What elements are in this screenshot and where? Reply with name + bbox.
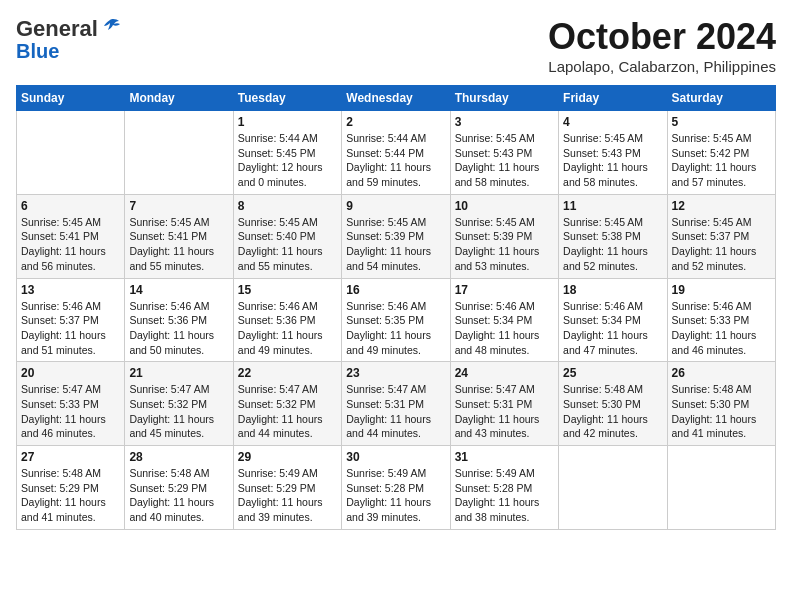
day-info: Sunrise: 5:48 AM Sunset: 5:29 PM Dayligh… xyxy=(129,466,228,525)
day-info: Sunrise: 5:49 AM Sunset: 5:28 PM Dayligh… xyxy=(346,466,445,525)
calendar-cell: 6Sunrise: 5:45 AM Sunset: 5:41 PM Daylig… xyxy=(17,194,125,278)
day-number: 22 xyxy=(238,366,337,380)
day-info: Sunrise: 5:45 AM Sunset: 5:43 PM Dayligh… xyxy=(563,131,662,190)
weekday-header: Thursday xyxy=(450,86,558,111)
title-block: October 2024 Lapolapo, Calabarzon, Phili… xyxy=(548,16,776,75)
calendar-cell xyxy=(559,446,667,530)
day-number: 10 xyxy=(455,199,554,213)
calendar-cell: 15Sunrise: 5:46 AM Sunset: 5:36 PM Dayli… xyxy=(233,278,341,362)
day-number: 17 xyxy=(455,283,554,297)
day-number: 31 xyxy=(455,450,554,464)
calendar-cell: 19Sunrise: 5:46 AM Sunset: 5:33 PM Dayli… xyxy=(667,278,775,362)
day-number: 23 xyxy=(346,366,445,380)
calendar-cell: 27Sunrise: 5:48 AM Sunset: 5:29 PM Dayli… xyxy=(17,446,125,530)
calendar-week-row: 20Sunrise: 5:47 AM Sunset: 5:33 PM Dayli… xyxy=(17,362,776,446)
page-header: General Blue October 2024 Lapolapo, Cala… xyxy=(16,16,776,75)
day-number: 16 xyxy=(346,283,445,297)
day-info: Sunrise: 5:46 AM Sunset: 5:33 PM Dayligh… xyxy=(672,299,771,358)
day-info: Sunrise: 5:45 AM Sunset: 5:43 PM Dayligh… xyxy=(455,131,554,190)
calendar-cell: 20Sunrise: 5:47 AM Sunset: 5:33 PM Dayli… xyxy=(17,362,125,446)
month-title: October 2024 xyxy=(548,16,776,58)
day-number: 19 xyxy=(672,283,771,297)
day-number: 25 xyxy=(563,366,662,380)
day-number: 5 xyxy=(672,115,771,129)
day-info: Sunrise: 5:45 AM Sunset: 5:39 PM Dayligh… xyxy=(455,215,554,274)
day-number: 3 xyxy=(455,115,554,129)
day-number: 7 xyxy=(129,199,228,213)
day-number: 28 xyxy=(129,450,228,464)
day-number: 11 xyxy=(563,199,662,213)
weekday-header: Saturday xyxy=(667,86,775,111)
weekday-header: Tuesday xyxy=(233,86,341,111)
calendar-cell: 22Sunrise: 5:47 AM Sunset: 5:32 PM Dayli… xyxy=(233,362,341,446)
calendar-cell: 3Sunrise: 5:45 AM Sunset: 5:43 PM Daylig… xyxy=(450,111,558,195)
day-info: Sunrise: 5:47 AM Sunset: 5:31 PM Dayligh… xyxy=(455,382,554,441)
day-number: 24 xyxy=(455,366,554,380)
day-number: 20 xyxy=(21,366,120,380)
logo-blue-text: Blue xyxy=(16,40,59,63)
calendar-cell: 29Sunrise: 5:49 AM Sunset: 5:29 PM Dayli… xyxy=(233,446,341,530)
calendar-cell: 11Sunrise: 5:45 AM Sunset: 5:38 PM Dayli… xyxy=(559,194,667,278)
day-info: Sunrise: 5:48 AM Sunset: 5:30 PM Dayligh… xyxy=(563,382,662,441)
calendar-cell: 13Sunrise: 5:46 AM Sunset: 5:37 PM Dayli… xyxy=(17,278,125,362)
calendar-cell: 25Sunrise: 5:48 AM Sunset: 5:30 PM Dayli… xyxy=(559,362,667,446)
calendar-cell: 14Sunrise: 5:46 AM Sunset: 5:36 PM Dayli… xyxy=(125,278,233,362)
calendar-cell: 26Sunrise: 5:48 AM Sunset: 5:30 PM Dayli… xyxy=(667,362,775,446)
day-number: 27 xyxy=(21,450,120,464)
calendar-week-row: 6Sunrise: 5:45 AM Sunset: 5:41 PM Daylig… xyxy=(17,194,776,278)
calendar-cell: 10Sunrise: 5:45 AM Sunset: 5:39 PM Dayli… xyxy=(450,194,558,278)
day-number: 18 xyxy=(563,283,662,297)
calendar-cell: 9Sunrise: 5:45 AM Sunset: 5:39 PM Daylig… xyxy=(342,194,450,278)
day-info: Sunrise: 5:48 AM Sunset: 5:30 PM Dayligh… xyxy=(672,382,771,441)
calendar-week-row: 13Sunrise: 5:46 AM Sunset: 5:37 PM Dayli… xyxy=(17,278,776,362)
day-number: 26 xyxy=(672,366,771,380)
day-info: Sunrise: 5:49 AM Sunset: 5:28 PM Dayligh… xyxy=(455,466,554,525)
calendar-cell: 31Sunrise: 5:49 AM Sunset: 5:28 PM Dayli… xyxy=(450,446,558,530)
calendar-cell: 21Sunrise: 5:47 AM Sunset: 5:32 PM Dayli… xyxy=(125,362,233,446)
weekday-header: Friday xyxy=(559,86,667,111)
calendar-header-row: SundayMondayTuesdayWednesdayThursdayFrid… xyxy=(17,86,776,111)
day-number: 30 xyxy=(346,450,445,464)
calendar-cell: 4Sunrise: 5:45 AM Sunset: 5:43 PM Daylig… xyxy=(559,111,667,195)
calendar-cell: 2Sunrise: 5:44 AM Sunset: 5:44 PM Daylig… xyxy=(342,111,450,195)
calendar-cell xyxy=(667,446,775,530)
day-info: Sunrise: 5:44 AM Sunset: 5:45 PM Dayligh… xyxy=(238,131,337,190)
day-number: 6 xyxy=(21,199,120,213)
day-info: Sunrise: 5:45 AM Sunset: 5:41 PM Dayligh… xyxy=(129,215,228,274)
calendar-cell: 16Sunrise: 5:46 AM Sunset: 5:35 PM Dayli… xyxy=(342,278,450,362)
day-number: 13 xyxy=(21,283,120,297)
calendar-week-row: 1Sunrise: 5:44 AM Sunset: 5:45 PM Daylig… xyxy=(17,111,776,195)
day-info: Sunrise: 5:48 AM Sunset: 5:29 PM Dayligh… xyxy=(21,466,120,525)
day-info: Sunrise: 5:47 AM Sunset: 5:31 PM Dayligh… xyxy=(346,382,445,441)
day-info: Sunrise: 5:49 AM Sunset: 5:29 PM Dayligh… xyxy=(238,466,337,525)
logo: General Blue xyxy=(16,16,121,63)
day-info: Sunrise: 5:45 AM Sunset: 5:38 PM Dayligh… xyxy=(563,215,662,274)
day-info: Sunrise: 5:46 AM Sunset: 5:36 PM Dayligh… xyxy=(238,299,337,358)
day-info: Sunrise: 5:45 AM Sunset: 5:37 PM Dayligh… xyxy=(672,215,771,274)
day-info: Sunrise: 5:46 AM Sunset: 5:36 PM Dayligh… xyxy=(129,299,228,358)
weekday-header: Sunday xyxy=(17,86,125,111)
day-info: Sunrise: 5:46 AM Sunset: 5:34 PM Dayligh… xyxy=(455,299,554,358)
calendar-cell: 23Sunrise: 5:47 AM Sunset: 5:31 PM Dayli… xyxy=(342,362,450,446)
day-info: Sunrise: 5:44 AM Sunset: 5:44 PM Dayligh… xyxy=(346,131,445,190)
day-info: Sunrise: 5:45 AM Sunset: 5:40 PM Dayligh… xyxy=(238,215,337,274)
calendar-table: SundayMondayTuesdayWednesdayThursdayFrid… xyxy=(16,85,776,530)
day-number: 14 xyxy=(129,283,228,297)
day-info: Sunrise: 5:45 AM Sunset: 5:41 PM Dayligh… xyxy=(21,215,120,274)
day-number: 8 xyxy=(238,199,337,213)
location-text: Lapolapo, Calabarzon, Philippines xyxy=(548,58,776,75)
weekday-header: Monday xyxy=(125,86,233,111)
day-number: 2 xyxy=(346,115,445,129)
day-info: Sunrise: 5:47 AM Sunset: 5:32 PM Dayligh… xyxy=(129,382,228,441)
calendar-cell: 12Sunrise: 5:45 AM Sunset: 5:37 PM Dayli… xyxy=(667,194,775,278)
day-info: Sunrise: 5:46 AM Sunset: 5:37 PM Dayligh… xyxy=(21,299,120,358)
calendar-cell: 5Sunrise: 5:45 AM Sunset: 5:42 PM Daylig… xyxy=(667,111,775,195)
day-info: Sunrise: 5:45 AM Sunset: 5:42 PM Dayligh… xyxy=(672,131,771,190)
calendar-cell xyxy=(125,111,233,195)
day-info: Sunrise: 5:47 AM Sunset: 5:32 PM Dayligh… xyxy=(238,382,337,441)
day-number: 29 xyxy=(238,450,337,464)
logo-general-text: General xyxy=(16,16,98,42)
day-number: 15 xyxy=(238,283,337,297)
weekday-header: Wednesday xyxy=(342,86,450,111)
day-info: Sunrise: 5:46 AM Sunset: 5:35 PM Dayligh… xyxy=(346,299,445,358)
